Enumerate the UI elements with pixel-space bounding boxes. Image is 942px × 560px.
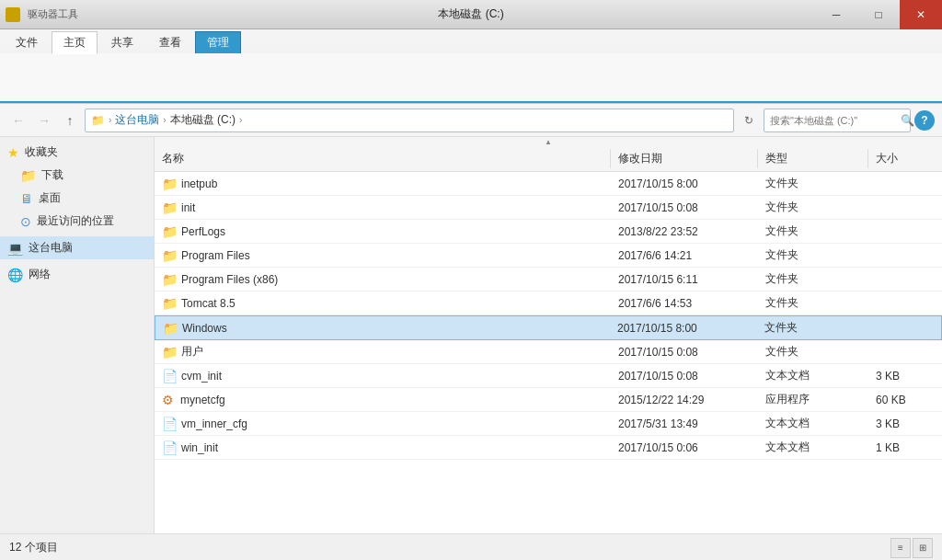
tab-manage[interactable]: 管理: [195, 31, 241, 53]
file-type: 文件夹: [757, 316, 867, 339]
table-row[interactable]: 📁inetpub 2017/10/15 8:00 文件夹: [155, 172, 942, 196]
file-name: 📁Tomcat 8.5: [155, 291, 611, 314]
path-sep-2: ›: [163, 115, 166, 125]
file-date: 2017/6/6 14:53: [611, 291, 758, 314]
file-type: 文本文档: [758, 364, 868, 387]
sidebar-recent-label: 最近访问的位置: [37, 213, 114, 229]
pc-icon: 💻: [7, 241, 23, 256]
sidebar-item-network[interactable]: 🌐 网络: [0, 263, 154, 286]
file-date: 2017/10/15 0:08: [611, 364, 758, 387]
tab-share[interactable]: 共享: [99, 31, 145, 53]
sidebar-favorites-section: ★ 收藏夹 📁 下载 🖥 桌面 ⊙ 最近访问的位置: [0, 141, 154, 233]
tab-home[interactable]: 主页: [52, 31, 98, 54]
sidebar-downloads-label: 下载: [41, 167, 63, 183]
file-date: 2017/10/15 6:11: [611, 268, 758, 291]
status-count: 12 个项目: [9, 540, 58, 555]
minimize-button[interactable]: ─: [815, 0, 857, 29]
network-icon: 🌐: [7, 268, 23, 282]
sidebar-item-recent[interactable]: ⊙ 最近访问的位置: [0, 210, 154, 233]
header-date[interactable]: 修改日期: [611, 149, 758, 168]
table-row[interactable]: 📁用户 2017/10/15 0:08 文件夹: [155, 340, 942, 364]
star-icon: ★: [7, 145, 19, 160]
file-name: 📄cvm_init: [155, 364, 611, 387]
title-bar-left: 驱动器工具: [0, 7, 78, 22]
table-row[interactable]: 📁Tomcat 8.5 2017/6/6 14:53 文件夹: [155, 291, 942, 315]
sidebar-network-label: 网络: [29, 267, 51, 282]
ribbon: 文件 主页 共享 查看 管理: [0, 29, 942, 104]
sidebar-item-thispc[interactable]: 💻 这台电脑: [0, 236, 154, 259]
file-date: 2013/8/22 23:52: [611, 220, 758, 243]
view-list-button[interactable]: ≡: [890, 538, 911, 558]
path-this-pc[interactable]: 这台电脑: [115, 112, 159, 128]
file-type: 文件夹: [758, 268, 868, 291]
header-size[interactable]: 大小: [868, 149, 942, 168]
header-name[interactable]: 名称: [155, 149, 611, 168]
file-date: 2015/12/22 14:29: [611, 388, 758, 411]
sidebar-network-section: 🌐 网络: [0, 263, 154, 286]
location-icon: ⊙: [20, 214, 31, 229]
table-row[interactable]: 📁Program Files 2017/6/6 14:21 文件夹: [155, 244, 942, 268]
file-size: [868, 220, 942, 243]
table-row[interactable]: 📁init 2017/10/15 0:08 文件夹: [155, 196, 942, 220]
file-size: [867, 316, 941, 339]
table-row[interactable]: 📁PerfLogs 2013/8/22 23:52 文件夹: [155, 220, 942, 244]
help-button[interactable]: ?: [914, 110, 935, 131]
window-controls: ─ □ ✕: [815, 0, 942, 29]
filelist-header: 名称 修改日期 类型 大小: [155, 146, 942, 172]
tab-file[interactable]: 文件: [4, 31, 50, 53]
window-title: 本地磁盘 (C:): [438, 0, 503, 29]
back-button[interactable]: ←: [7, 109, 29, 131]
file-size: 60 KB: [868, 388, 942, 411]
address-path[interactable]: 📁 › 这台电脑 › 本地磁盘 (C:) ›: [85, 109, 734, 132]
folder-icon: 📁: [162, 272, 178, 287]
sidebar-item-favorites[interactable]: ★ 收藏夹: [0, 141, 154, 164]
file-date: 2017/10/15 0:08: [611, 196, 758, 219]
table-row[interactable]: 📄win_init 2017/10/15 0:06 文本文档 1 KB: [155, 436, 942, 460]
forward-button[interactable]: →: [33, 109, 55, 131]
path-local-disk[interactable]: 本地磁盘 (C:): [170, 112, 236, 128]
table-row[interactable]: 📁Program Files (x86) 2017/10/15 6:11 文件夹: [155, 268, 942, 291]
app-icon: [6, 7, 20, 22]
sidebar-item-downloads[interactable]: 📁 下载: [0, 164, 154, 187]
sidebar-favorites-label: 收藏夹: [25, 144, 58, 160]
folder-icon: 📁: [162, 248, 178, 263]
file-size: [868, 244, 942, 267]
file-size: 1 KB: [868, 436, 942, 459]
file-size: [868, 340, 942, 363]
file-type: 文本文档: [758, 412, 868, 435]
search-icon: 🔍: [901, 114, 914, 127]
folder-icon: 📁: [162, 224, 178, 239]
header-type[interactable]: 类型: [758, 149, 868, 168]
table-row[interactable]: 📁Windows 2017/10/15 8:00 文件夹: [155, 315, 942, 340]
file-list: ▲ 名称 修改日期 类型 大小 📁inetpub 2017/10/15 8:00…: [155, 137, 942, 533]
title-bar: 驱动器工具 本地磁盘 (C:) ─ □ ✕: [0, 0, 942, 29]
view-detail-button[interactable]: ⊞: [913, 538, 933, 558]
sidebar: ★ 收藏夹 📁 下载 🖥 桌面 ⊙ 最近访问的位置 💻 这台电脑: [0, 137, 155, 533]
sidebar-item-desktop[interactable]: 🖥 桌面: [0, 187, 154, 210]
search-box[interactable]: 🔍: [764, 109, 911, 132]
folder-icon: 📁: [162, 177, 178, 191]
file-size: 3 KB: [868, 412, 942, 435]
doc-icon: 📄: [162, 417, 178, 431]
file-name: 📄win_init: [155, 436, 611, 459]
file-name: 📁init: [155, 196, 611, 219]
path-sep-3: ›: [239, 115, 242, 125]
up-button[interactable]: ↑: [59, 109, 81, 131]
title-text: 本地磁盘 (C:): [438, 6, 503, 22]
app-icon: ⚙: [162, 393, 177, 407]
table-row[interactable]: 📄vm_inner_cfg 2017/5/31 13:49 文本文档 3 KB: [155, 412, 942, 436]
table-row[interactable]: ⚙mynetcfg 2015/12/22 14:29 应用程序 60 KB: [155, 388, 942, 412]
maximize-button[interactable]: □: [857, 0, 900, 29]
file-date: 2017/10/15 0:08: [611, 340, 758, 363]
search-input[interactable]: [770, 115, 897, 126]
table-row[interactable]: 📄cvm_init 2017/10/15 0:08 文本文档 3 KB: [155, 364, 942, 388]
file-type: 文件夹: [758, 244, 868, 267]
file-rows-container: 📁inetpub 2017/10/15 8:00 文件夹 📁init 2017/…: [155, 172, 942, 460]
refresh-button[interactable]: ↻: [738, 109, 760, 131]
desktop-icon: 🖥: [20, 191, 33, 206]
close-button[interactable]: ✕: [900, 0, 942, 29]
tab-view[interactable]: 查看: [147, 31, 193, 53]
file-size: [868, 291, 942, 314]
file-name: 📁PerfLogs: [155, 220, 611, 243]
folder-download-icon: 📁: [20, 168, 36, 183]
